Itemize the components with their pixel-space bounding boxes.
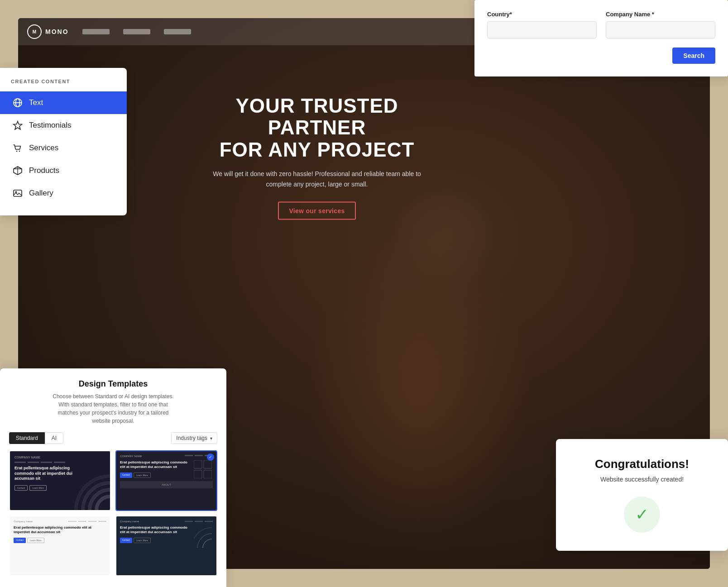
- nav-links: [82, 29, 191, 34]
- company-input[interactable]: [606, 21, 715, 38]
- nav-link-3[interactable]: [164, 29, 191, 34]
- hero-title: YOUR TRUSTED PARTNER FOR ANY PROJECT: [204, 95, 430, 161]
- sidebar-item-gallery-label: Gallery: [29, 189, 53, 198]
- country-label: Country*: [487, 11, 597, 18]
- nav-logo[interactable]: M MONO: [27, 24, 69, 39]
- sidebar-item-services-label: Services: [29, 143, 58, 153]
- tmpl1-title: Erat pellentesque adipiscing commodo eli…: [14, 466, 78, 482]
- sidebar-item-text[interactable]: Text: [0, 91, 127, 114]
- svg-rect-6: [14, 190, 22, 196]
- template-card-2[interactable]: COMPANY NAME Erat pellentesque adipiscin…: [115, 450, 217, 511]
- search-panel: Country* Company Name * Search: [474, 0, 728, 76]
- success-icon-circle: ✓: [624, 496, 660, 533]
- image-icon: [13, 188, 23, 198]
- svg-rect-13: [204, 460, 212, 468]
- congrats-subtitle: Website successfully created!: [570, 476, 714, 483]
- search-button[interactable]: Search: [672, 48, 715, 64]
- sidebar-item-services[interactable]: Services: [0, 137, 127, 159]
- hero-content: YOUR TRUSTED PARTNER FOR ANY PROJECT We …: [204, 95, 430, 220]
- svg-point-8: [96, 496, 110, 510]
- industry-tags-label: Industry tags: [176, 435, 207, 441]
- globe-icon: [13, 98, 23, 108]
- templates-panel: Design Templates Choose between Standard…: [0, 368, 226, 587]
- templates-grid: COMPANY NAME Erat pellentesque adipiscin…: [9, 450, 217, 576]
- logo-text: MONO: [45, 28, 69, 35]
- template-preview-4: Company name Erat pellentesque adipiscin…: [116, 516, 216, 575]
- templates-filter-row: Standard AI Industry tags ▾: [9, 432, 217, 444]
- tmpl4-arc-pattern: [192, 525, 213, 548]
- sidebar-item-text-label: Text: [29, 98, 43, 107]
- hero-cta-button[interactable]: View our services: [278, 202, 355, 220]
- country-input[interactable]: [487, 21, 597, 38]
- company-label: Company Name *: [606, 11, 715, 18]
- tmpl2-content: Erat pellentesque adipiscing commodo eli…: [120, 460, 213, 478]
- box-icon: [13, 166, 23, 176]
- template-preview-1: COMPANY NAME Erat pellentesque adipiscin…: [10, 451, 110, 510]
- svg-point-17: [197, 534, 212, 548]
- company-field-group: Company Name *: [606, 11, 715, 38]
- template-card-4[interactable]: Company name Erat pellentesque adipiscin…: [115, 515, 217, 576]
- sidebar-item-products-label: Products: [29, 166, 59, 175]
- template-card-3[interactable]: Company name Erat pellentesque adipiscin…: [9, 515, 111, 576]
- industry-tags-filter[interactable]: Industry tags ▾: [171, 432, 217, 444]
- tmpl1-company-name: COMPANY NAME: [14, 456, 105, 459]
- sidebar-item-testimonials[interactable]: Testimonials: [0, 114, 127, 137]
- tmpl2-grid-pattern: [192, 460, 213, 478]
- sidebar-panel: CREATED CONTENT Text Testimonials: [0, 68, 127, 215]
- sidebar-section-label: CREATED CONTENT: [0, 79, 127, 91]
- svg-rect-12: [194, 460, 202, 468]
- search-fields: Country* Company Name *: [487, 11, 715, 38]
- country-field-group: Country*: [487, 11, 597, 38]
- templates-description: Choose between Standard or AI design tem…: [50, 392, 177, 425]
- svg-rect-14: [194, 470, 202, 478]
- congrats-panel: Congratulations! Website successfully cr…: [556, 439, 728, 551]
- svg-point-11: [76, 476, 110, 510]
- svg-rect-15: [204, 470, 212, 478]
- sidebar-item-gallery[interactable]: Gallery: [0, 182, 127, 205]
- template-preview-3: Company name Erat pellentesque adipiscin…: [10, 516, 110, 575]
- check-icon: ✓: [635, 505, 649, 524]
- templates-title: Design Templates: [9, 379, 217, 389]
- templates-tabs: Standard AI: [9, 432, 63, 444]
- tab-ai[interactable]: AI: [45, 432, 63, 444]
- svg-point-5: [19, 151, 20, 152]
- hero-subtitle: We will get it done with zero hassle! Pr…: [204, 169, 430, 189]
- tmpl4-content: Erat pellentesque adipiscing commodo eli…: [120, 525, 213, 548]
- sidebar-item-testimonials-label: Testimonials: [29, 121, 72, 130]
- congrats-title: Congratulations!: [570, 457, 714, 471]
- nav-link-1[interactable]: [82, 29, 110, 34]
- svg-point-4: [16, 151, 17, 152]
- svg-point-16: [203, 539, 212, 548]
- chevron-down-icon: ▾: [210, 436, 212, 441]
- sidebar-item-products[interactable]: Products: [0, 159, 127, 182]
- template-card-1[interactable]: COMPANY NAME Erat pellentesque adipiscin…: [9, 450, 111, 511]
- nav-link-2[interactable]: [123, 29, 150, 34]
- cart-icon: [13, 143, 23, 153]
- svg-point-18: [194, 528, 212, 548]
- star-icon: [13, 120, 23, 130]
- logo-icon: M: [27, 24, 42, 39]
- tab-standard[interactable]: Standard: [9, 432, 45, 444]
- template-selected-check: ✓: [207, 453, 214, 461]
- svg-marker-3: [14, 121, 22, 129]
- template-preview-2: COMPANY NAME Erat pellentesque adipiscin…: [116, 451, 216, 510]
